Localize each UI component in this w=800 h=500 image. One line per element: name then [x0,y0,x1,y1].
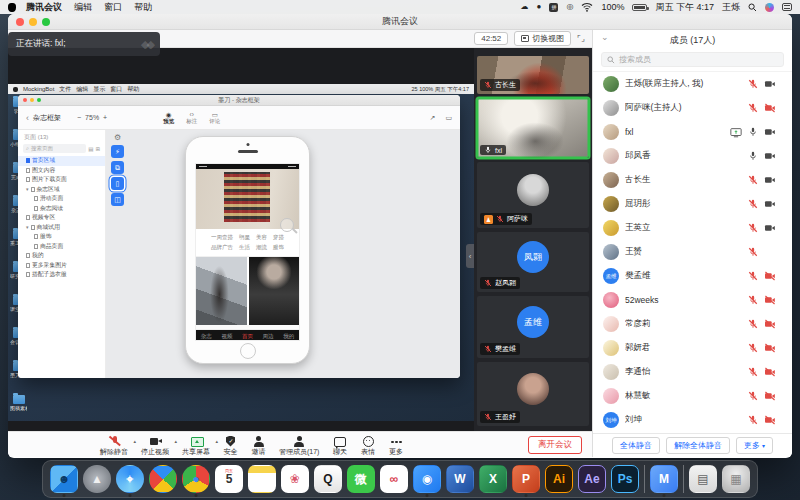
member-row[interactable]: 邱凤香 [593,144,792,168]
video-tile[interactable]: ♟ 王盈妤 [477,362,589,426]
dock-icon[interactable]: Q [314,465,342,493]
apple-menu-icon[interactable] [8,3,16,12]
menu-item[interactable]: 帮助 [134,1,152,14]
dock-icon[interactable]: ● [182,465,210,493]
member-mic-icon[interactable] [748,151,758,161]
leave-meeting-button[interactable]: 离开会议 [528,436,582,454]
member-mic-icon[interactable] [748,175,758,185]
dock-icon[interactable]: Ai [545,465,573,493]
fullscreen-icon[interactable]: ⌜ ⌟ [577,34,584,43]
member-mic-icon[interactable] [748,415,758,425]
spotlight-icon[interactable] [748,3,757,12]
menu-item[interactable]: 腾讯会议 [26,1,62,14]
member-camera-icon[interactable] [764,151,776,161]
member-row[interactable]: 阿萨咪(主持人) [593,96,792,120]
member-mic-icon[interactable] [748,343,758,353]
cloud-icon[interactable]: ☁ [521,3,529,11]
toolbar-button[interactable]: 管理成员(17) [279,435,319,455]
dock-icon[interactable]: Ae [578,465,606,493]
member-mic-icon[interactable] [748,367,758,377]
member-mic-icon[interactable] [748,103,758,113]
dock-icon[interactable]: ☻ [50,465,78,493]
dock-icon[interactable]: 5 周五 [215,465,243,493]
dock-icon[interactable]: ◉ [413,465,441,493]
dock-icon[interactable]: ⌖ [116,465,144,493]
member-row[interactable]: 常彦莉 [593,312,792,336]
video-tile[interactable]: ♟ 阿萨咪 [477,162,589,228]
member-mic-icon[interactable] [748,295,758,305]
toolbar-button[interactable]: 停止视频 [141,435,169,455]
control-center-icon[interactable] [782,3,792,11]
member-mic-icon[interactable] [748,79,758,89]
member-row[interactable]: 屈玥彤 [593,192,792,216]
member-row[interactable]: 52weeks [593,288,792,312]
toolbar-button[interactable]: 表情 [360,435,375,455]
minimize-button[interactable] [29,18,37,26]
record-icon[interactable]: ● [537,3,542,11]
member-camera-icon[interactable] [764,343,776,353]
member-row[interactable]: 王赟 [593,240,792,264]
collapse-strip-icon[interactable]: ‹ [466,244,474,268]
dock-icon[interactable]: M [650,465,678,493]
panel-collapse-icon[interactable]: ⌄ [601,32,609,42]
menu-item[interactable]: 窗口 [104,1,122,14]
toolbar-button[interactable]: 聊天 [332,435,347,455]
menubar-username[interactable]: 王烁 [722,1,740,14]
video-tile[interactable]: ♟ 古长生 [477,56,589,94]
dock-icon[interactable]: P [512,465,540,493]
member-camera-icon[interactable] [764,295,776,305]
member-row[interactable]: 林慧敏 [593,384,792,408]
dock-icon[interactable] [683,465,684,493]
menu-item[interactable]: 编辑 [74,1,92,14]
toolbar-button[interactable]: 解除静音 [100,435,128,455]
member-camera-icon[interactable] [764,103,776,113]
member-camera-icon[interactable] [764,319,776,329]
meeting-titlebar[interactable]: 腾讯会议 [8,14,792,30]
member-row[interactable]: 李通怡 [593,360,792,384]
dock-icon[interactable]: Ps [611,465,639,493]
dock-icon[interactable] [248,465,276,493]
member-row[interactable]: 古长生 [593,168,792,192]
member-row[interactable]: fxl [593,120,792,144]
member-camera-icon[interactable] [764,127,776,137]
dock-icon[interactable]: 微 [347,465,375,493]
member-row[interactable]: 孟维 樊孟维 [593,264,792,288]
video-tile[interactable]: 凤翾 ♟ 赵凤翾 [477,232,589,292]
member-mic-icon[interactable] [748,199,758,209]
dock-icon[interactable]: ∞ [380,465,408,493]
dock-icon[interactable]: ❀ [281,465,309,493]
member-search-input[interactable]: 搜索成员 [601,52,784,67]
member-mic-icon[interactable] [748,247,758,257]
member-action-button[interactable]: 解除全体静音▾ [666,437,730,454]
dock-icon[interactable] [149,465,177,493]
member-row[interactable]: 王烁(联席主持人, 我) [593,72,792,96]
toolbar-button[interactable]: 安全 [223,435,238,455]
member-mic-icon[interactable] [748,223,758,233]
airdrop-icon[interactable]: ◎ [566,3,573,11]
member-row[interactable]: 刘坤 刘坤 [593,408,792,432]
dock-icon[interactable]: ▦ [722,465,750,493]
video-tile[interactable]: 孟维 ♟ 樊孟维 [477,296,589,358]
toolbar-button[interactable]: 更多 [388,435,403,455]
video-tile[interactable]: ♟ fxl [477,98,589,158]
member-camera-icon[interactable] [764,223,776,233]
input-source-icon[interactable]: 拼 [549,3,558,12]
member-camera-icon[interactable] [764,271,776,281]
member-camera-icon[interactable] [764,175,776,185]
siri-icon[interactable] [765,3,774,12]
menubar-clock[interactable]: 周五 下午 4:17 [655,1,714,14]
member-mic-icon[interactable] [748,319,758,329]
member-camera-icon[interactable] [764,391,776,401]
member-mic-icon[interactable] [748,271,758,281]
member-action-button[interactable]: 更多▾ [736,437,773,454]
wifi-icon[interactable] [581,2,593,12]
member-mic-icon[interactable] [748,127,758,137]
member-camera-icon[interactable] [764,367,776,377]
switch-view-button[interactable]: 切换视图 [514,31,571,46]
member-action-button[interactable]: 全体静音▾ [612,437,660,454]
member-row[interactable]: 郭妍君 [593,336,792,360]
member-camera-icon[interactable] [764,199,776,209]
toolbar-button[interactable]: 邀请 [251,435,266,455]
zoom-button[interactable] [42,18,50,26]
dock-icon[interactable]: X [479,465,507,493]
